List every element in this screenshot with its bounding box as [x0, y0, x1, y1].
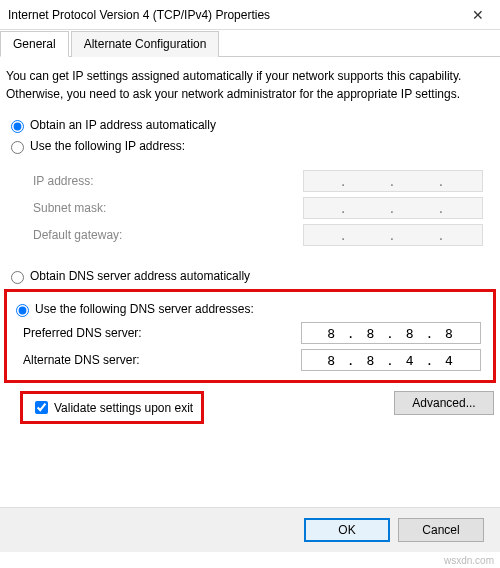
- ip-manual-label: Use the following IP address:: [30, 139, 185, 153]
- dns-manual-row[interactable]: Use the following DNS server addresses:: [11, 301, 491, 317]
- dns-auto-label: Obtain DNS server address automatically: [30, 269, 250, 283]
- dialog-button-bar: OK Cancel: [0, 507, 500, 552]
- ok-button[interactable]: OK: [304, 518, 390, 542]
- validate-checkbox[interactable]: [35, 401, 48, 414]
- title-bar: Internet Protocol Version 4 (TCP/IPv4) P…: [0, 0, 500, 30]
- validate-row[interactable]: Validate settings upon exit: [31, 398, 193, 417]
- advanced-button[interactable]: Advanced...: [394, 391, 494, 415]
- validate-highlight-box: Validate settings upon exit: [20, 391, 204, 424]
- dns-alternate-row: Alternate DNS server: 8 . 8 . 4 . 4: [23, 349, 481, 371]
- window-title: Internet Protocol Version 4 (TCP/IPv4) P…: [8, 8, 270, 22]
- dns-manual-label: Use the following DNS server addresses:: [35, 302, 254, 316]
- tab-general[interactable]: General: [0, 31, 69, 57]
- dns-highlight-box: Use the following DNS server addresses: …: [4, 289, 496, 383]
- description-text: You can get IP settings assigned automat…: [6, 67, 494, 103]
- ip-manual-group: IP address: ... Subnet mask: ... Default…: [18, 160, 494, 256]
- dns-auto-radio[interactable]: [11, 271, 24, 284]
- dns-preferred-row: Preferred DNS server: 8 . 8 . 8 . 8: [23, 322, 481, 344]
- cancel-button[interactable]: Cancel: [398, 518, 484, 542]
- gateway-input: ...: [303, 224, 483, 246]
- dialog-content: General Alternate Configuration You can …: [0, 30, 500, 520]
- tab-alternate[interactable]: Alternate Configuration: [71, 31, 220, 57]
- subnet-input: ...: [303, 197, 483, 219]
- ip-manual-radio[interactable]: [11, 141, 24, 154]
- dns-manual-radio[interactable]: [16, 304, 29, 317]
- ip-address-input: ...: [303, 170, 483, 192]
- close-icon: ✕: [472, 7, 484, 23]
- bottom-area: Validate settings upon exit Advanced...: [6, 391, 494, 424]
- validate-label: Validate settings upon exit: [54, 401, 193, 415]
- dns-alternate-input[interactable]: 8 . 8 . 4 . 4: [301, 349, 481, 371]
- dns-preferred-input[interactable]: 8 . 8 . 8 . 8: [301, 322, 481, 344]
- ip-auto-row[interactable]: Obtain an IP address automatically: [6, 117, 500, 133]
- close-button[interactable]: ✕: [455, 0, 500, 30]
- dns-preferred-label: Preferred DNS server:: [23, 326, 142, 340]
- tab-strip: General Alternate Configuration: [0, 30, 500, 57]
- watermark: wsxdn.com: [444, 555, 494, 566]
- ip-address-row: IP address: ...: [33, 170, 483, 192]
- dns-alternate-label: Alternate DNS server:: [23, 353, 140, 367]
- dns-auto-row[interactable]: Obtain DNS server address automatically: [6, 268, 500, 284]
- gateway-row: Default gateway: ...: [33, 224, 483, 246]
- ip-manual-row[interactable]: Use the following IP address:: [6, 138, 500, 154]
- subnet-label: Subnet mask:: [33, 201, 106, 215]
- ip-auto-radio[interactable]: [11, 120, 24, 133]
- ip-address-label: IP address:: [33, 174, 93, 188]
- subnet-row: Subnet mask: ...: [33, 197, 483, 219]
- gateway-label: Default gateway:: [33, 228, 122, 242]
- ip-auto-label: Obtain an IP address automatically: [30, 118, 216, 132]
